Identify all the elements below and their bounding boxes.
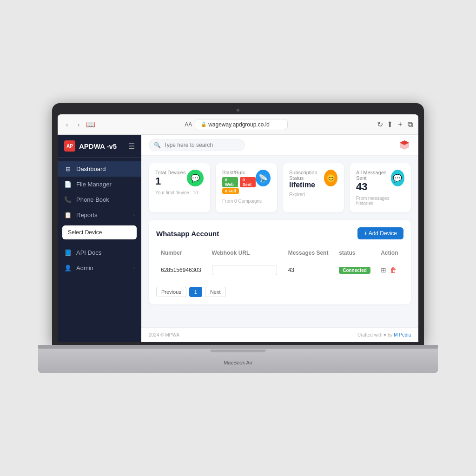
stat-label: All Messages Sent (356, 170, 391, 181)
stat-card-messages: All Messages Sent 43 💬 From messages his… (350, 163, 411, 212)
select-device-dropdown[interactable]: Select Device (62, 225, 137, 239)
footer-link[interactable]: M Pedia (394, 332, 411, 337)
new-tab-icon[interactable]: ＋ (397, 119, 404, 129)
sidebar-logo: AP (64, 140, 75, 152)
col-webhook: Webhook URL (207, 246, 284, 260)
sidebar-item-label: Dashboard (76, 165, 106, 172)
stat-info: Subscription Status lifetime (289, 170, 324, 189)
footer-copyright: 2024 © MPWA (149, 332, 179, 337)
qr-code-icon[interactable]: ⊞ (381, 266, 386, 274)
stat-icon-subscription: 😊 (324, 170, 337, 186)
aa-label: AA (185, 121, 192, 128)
lock-icon: 🔒 (201, 122, 206, 127)
bookmarks-icon[interactable]: 📖 (86, 120, 95, 129)
browser-bar: ‹ › 📖 AA 🔒 wageway.apdgroup.co.id ↻ ⬆ ＋ … (58, 114, 418, 135)
previous-page-button[interactable]: Previous (156, 287, 186, 297)
badge-sent: 0 Sent (240, 177, 256, 187)
next-page-button[interactable]: Next (205, 287, 226, 297)
stat-value-messages: 43 (356, 181, 391, 193)
back-button[interactable]: ‹ (63, 120, 71, 129)
webhook-url-input[interactable] (212, 265, 277, 275)
badge-full: 0 Full (222, 188, 239, 194)
sidebar-nav: ⊞ Dashboard 📄 File Manager 📞 Phone Book (58, 158, 141, 342)
stat-info: Blast/Bulk 0 Web 0 Sent 0 Full (222, 170, 256, 196)
cell-webhook[interactable] (207, 260, 284, 280)
stat-value: 1 (155, 175, 185, 187)
share-icon[interactable]: ⬆ (387, 120, 393, 129)
stat-card-inner: Subscription Status lifetime 😊 (289, 170, 337, 189)
sidebar-item-label: File Manager (76, 181, 112, 188)
whatsapp-table: Number Webhook URL Messages Sent status … (156, 246, 403, 280)
hamburger-icon[interactable]: ☰ (128, 142, 135, 151)
admin-icon: 👤 (64, 264, 72, 271)
reports-icon: 📋 (64, 212, 72, 218)
dashboard-icon: ⊞ (64, 165, 72, 172)
badge-row-2: 0 Full (222, 188, 256, 194)
table-body: 6285156946303 43 Connected (156, 260, 403, 280)
delete-icon[interactable]: 🗑 (390, 266, 397, 274)
stat-sub: Expired : - (289, 192, 337, 197)
sidebar-item-api-docs[interactable]: 📘 API Docs (58, 245, 141, 260)
footer-credit: Crafted with ♥ by M Pedia (357, 332, 411, 337)
footer: 2024 © MPWA Crafted with ♥ by M Pedia (141, 327, 418, 342)
sidebar-item-admin[interactable]: 👤 Admin › (58, 260, 141, 276)
browser-actions: ↻ ⬆ ＋ ⧉ (377, 119, 413, 129)
sidebar-item-label: Phone Book (76, 196, 109, 203)
reload-icon[interactable]: ↻ (377, 120, 383, 129)
apdwa-brand-logo (398, 139, 411, 152)
sidebar-item-reports[interactable]: 📋 Reports › (58, 207, 141, 223)
url-bar[interactable]: 🔒 wageway.apdgroup.co.id (195, 119, 288, 130)
browser-content: AP APDWA -v5 ☰ ⊞ Dashboard 📄 File Manage… (58, 135, 418, 342)
browser-window: ‹ › 📖 AA 🔒 wageway.apdgroup.co.id ↻ ⬆ ＋ … (58, 114, 418, 342)
badge-row: 0 Web 0 Sent (222, 177, 256, 187)
top-bar: 🔍 (141, 135, 418, 156)
laptop-model-label: MacBook Air (38, 352, 438, 373)
whatsapp-header: Whatsapp Account + Add Device (156, 227, 403, 239)
pagination: Previous 1 Next (156, 287, 403, 297)
stat-info: All Messages Sent 43 (356, 170, 391, 193)
search-icon: 🔍 (154, 142, 161, 148)
select-device-label: Select Device (68, 229, 102, 236)
add-device-button[interactable]: + Add Device (357, 227, 403, 239)
sidebar-header: AP APDWA -v5 ☰ (58, 135, 141, 158)
search-bar-wrapper[interactable]: 🔍 (149, 139, 245, 151)
stat-icon-broadcast: 📡 (256, 170, 271, 186)
cell-status: Connected (334, 260, 376, 280)
stat-card-inner: All Messages Sent 43 💬 (356, 170, 404, 193)
sidebar-item-label: API Docs (76, 249, 101, 256)
laptop-hinge (38, 345, 438, 349)
badge-web: 0 Web (222, 177, 238, 187)
url-bar-group: AA 🔒 wageway.apdgroup.co.id (99, 119, 373, 130)
sidebar-item-phone-book[interactable]: 📞 Phone Book (58, 192, 141, 207)
page-1-button[interactable]: 1 (189, 287, 202, 297)
cell-action: ⊞ 🗑 (376, 260, 403, 280)
laptop-base: MacBook Air (38, 345, 438, 373)
file-manager-icon: 📄 (64, 181, 72, 188)
search-input[interactable] (164, 142, 238, 148)
stat-card-blast-bulk: Blast/Bulk 0 Web 0 Sent 0 Full (216, 163, 277, 212)
stat-label: Subscription Status (289, 170, 324, 181)
whatsapp-section-title: Whatsapp Account (156, 230, 219, 238)
stat-icon-whatsapp: 💬 (187, 170, 204, 186)
content-body: Total Devices 1 💬 Your limit device : 10 (141, 156, 418, 312)
col-status: status (334, 246, 376, 260)
sidebar-item-dashboard[interactable]: ⊞ Dashboard (58, 161, 141, 177)
stat-label: Total Devices (155, 170, 185, 175)
stat-sub: From 0 Campaigns (222, 198, 271, 204)
sidebar: AP APDWA -v5 ☰ ⊞ Dashboard 📄 File Manage… (58, 135, 141, 342)
whatsapp-account-section: Whatsapp Account + Add Device Number (149, 220, 411, 304)
table-head: Number Webhook URL Messages Sent status … (156, 246, 403, 260)
col-messages: Messages Sent (284, 246, 334, 260)
sidebar-item-file-manager[interactable]: 📄 File Manager (58, 177, 141, 192)
stat-card-subscription: Subscription Status lifetime 😊 Expired :… (283, 163, 344, 212)
stat-icon-messages: 💬 (391, 170, 404, 186)
logo-text: AP (66, 144, 73, 149)
tabs-icon[interactable]: ⧉ (408, 120, 413, 129)
blast-badges: 0 Web 0 Sent 0 Full (222, 177, 256, 194)
forward-button[interactable]: › (75, 120, 83, 129)
bottom-nav: 📘 API Docs 👤 Admin › (58, 245, 141, 276)
api-docs-icon: 📘 (64, 249, 72, 256)
add-device-label: + Add Device (364, 230, 397, 237)
stat-sub: Your limit device : 10 (155, 190, 204, 195)
table-wrapper: Number Webhook URL Messages Sent status … (156, 246, 403, 280)
